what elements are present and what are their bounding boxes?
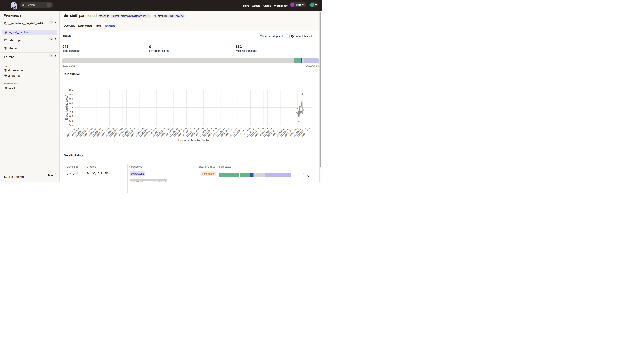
svg-text:9.0: 9.0 <box>69 93 73 96</box>
svg-text:Execution Time by Partition: Execution Time by Partition <box>178 139 210 142</box>
svg-text:8.0: 8.0 <box>69 102 73 105</box>
svg-text:6.0: 6.0 <box>69 119 73 122</box>
svg-text:5.5: 5.5 <box>69 124 73 127</box>
svg-text:7.5: 7.5 <box>69 106 73 109</box>
svg-text:9.5: 9.5 <box>69 88 73 92</box>
svg-text:Execution time (secs): Execution time (secs) <box>65 95 68 120</box>
svg-text:7.0: 7.0 <box>69 110 73 114</box>
svg-text:8.5: 8.5 <box>69 97 73 100</box>
svg-text:6.5: 6.5 <box>69 115 73 118</box>
